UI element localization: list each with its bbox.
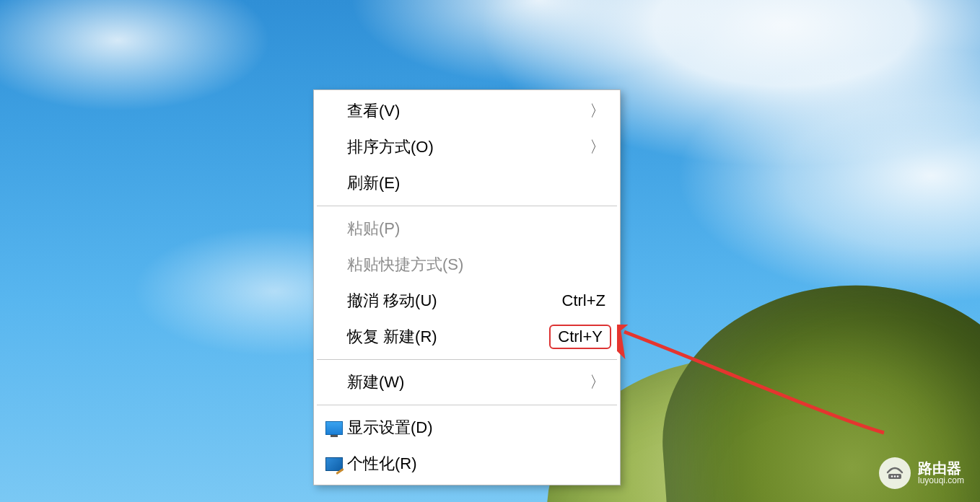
menu-item-new[interactable]: 新建(W) 〉: [315, 364, 618, 400]
menu-label: 撤消 移动(U): [347, 290, 437, 312]
menu-shortcut: Ctrl+Z: [562, 291, 606, 310]
menu-item-view[interactable]: 查看(V) 〉: [315, 93, 618, 129]
chevron-right-icon: 〉: [590, 100, 605, 122]
menu-item-redo-new[interactable]: 恢复 新建(R) Ctrl+Y: [315, 319, 618, 355]
menu-item-paste: 粘贴(P): [315, 211, 618, 247]
menu-item-paste-shortcut: 粘贴快捷方式(S): [315, 247, 618, 283]
desktop-context-menu: 查看(V) 〉 排序方式(O) 〉 刷新(E) 粘贴(P) 粘贴快捷方式(S): [313, 89, 621, 485]
menu-label: 刷新(E): [347, 172, 400, 194]
menu-item-sort[interactable]: 排序方式(O) 〉: [315, 129, 618, 165]
menu-shortcut-highlight: Ctrl+Y: [549, 325, 611, 349]
menu-separator: [317, 359, 617, 360]
menu-label: 显示设置(D): [347, 417, 433, 439]
watermark-title: 路由器: [918, 461, 964, 476]
menu-label: 排序方式(O): [347, 136, 434, 158]
menu-label: 恢复 新建(R): [347, 326, 437, 348]
menu-separator: [317, 206, 617, 206]
svg-point-2: [894, 475, 896, 477]
menu-item-refresh[interactable]: 刷新(E): [315, 165, 618, 201]
menu-item-undo-move[interactable]: 撤消 移动(U) Ctrl+Z: [315, 283, 618, 319]
menu-item-personalize[interactable]: 个性化(R): [315, 446, 618, 482]
menu-separator: [317, 405, 617, 405]
menu-label: 新建(W): [347, 371, 404, 393]
menu-label: 粘贴快捷方式(S): [347, 254, 463, 276]
menu-item-display-settings[interactable]: 显示设置(D): [315, 410, 618, 446]
chevron-right-icon: 〉: [590, 136, 605, 158]
menu-label: 个性化(R): [347, 453, 417, 475]
display-icon: [325, 421, 347, 435]
watermark-subtitle: luyouqi.com: [918, 476, 964, 485]
svg-point-1: [891, 475, 893, 477]
router-icon: [879, 457, 911, 489]
desktop-background[interactable]: 查看(V) 〉 排序方式(O) 〉 刷新(E) 粘贴(P) 粘贴快捷方式(S): [0, 0, 980, 502]
svg-point-3: [897, 475, 898, 477]
watermark: 路由器 luyouqi.com: [879, 457, 964, 489]
chevron-right-icon: 〉: [590, 371, 605, 393]
personalize-icon: [325, 457, 347, 471]
menu-label: 查看(V): [347, 100, 400, 122]
menu-label: 粘贴(P): [347, 218, 400, 239]
